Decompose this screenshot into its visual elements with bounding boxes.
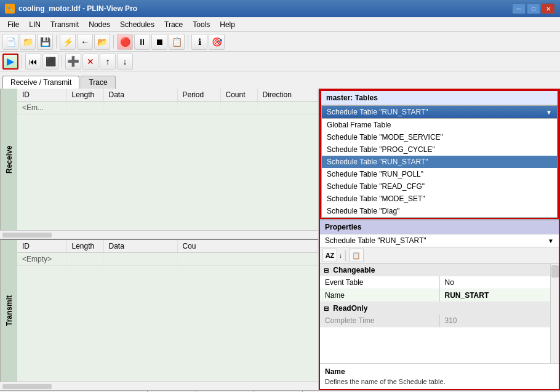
complete-time-value: 310 xyxy=(439,314,559,327)
table-option-prog-cycle[interactable]: Schedule Table "PROG_CYCLE" xyxy=(322,143,557,156)
up-button[interactable]: ↑ xyxy=(100,54,116,70)
dropdown-arrow-icon: ▼ xyxy=(546,109,552,116)
col-period-receive: Period xyxy=(177,89,220,102)
record-button[interactable]: 🔴 xyxy=(117,34,133,50)
back-button[interactable]: ← xyxy=(77,34,93,50)
separator-5 xyxy=(62,55,62,68)
step-button[interactable]: ⬛ xyxy=(42,54,58,70)
event-table-label: Event Table xyxy=(320,276,439,289)
toolbar-1: 📄 📁 💾 ⚡ ← 📂 🔴 ⏸ ⏹ 📋 ℹ 🎯 xyxy=(0,32,560,52)
name-label: Name xyxy=(320,289,439,302)
open-button[interactable]: 📁 xyxy=(20,34,36,50)
transmit-label: Transmit xyxy=(0,240,17,382)
properties-dropdown[interactable]: Schedule Table "RUN_START" ▼ xyxy=(320,234,559,247)
down-button[interactable]: ↓ xyxy=(117,54,133,70)
tables-header: master: Tables xyxy=(321,91,558,105)
col-data-transmit: Data xyxy=(103,240,177,253)
col-length-receive: Length xyxy=(66,89,103,102)
receive-row-data xyxy=(103,102,177,114)
receive-section: Receive ID Length Data Period Count Dire… xyxy=(0,89,318,240)
transmit-empty-row: <Empty> xyxy=(17,253,318,266)
tabs: Receive / Transmit Trace xyxy=(0,71,560,89)
window-title: cooling_motor.ldf - PLIN-View Pro xyxy=(18,4,512,13)
stop-button[interactable]: ⏹ xyxy=(151,34,167,50)
col-data-receive: Data xyxy=(103,89,177,102)
table-option-mode-set[interactable]: Schedule Table "MODE_SET" xyxy=(322,193,557,205)
event-table-row: Event Table No xyxy=(320,276,559,289)
complete-time-row: Complete Time 310 xyxy=(320,314,559,327)
maximize-button[interactable]: □ xyxy=(527,3,540,14)
skip-start-button[interactable]: ⏮ xyxy=(25,54,41,70)
readonly-group-row: ⊟ ReadOnly xyxy=(320,302,559,315)
table-option-mode-service[interactable]: Schedule Table "MODE_SERVICE" xyxy=(322,131,557,143)
tables-dropdown[interactable]: Schedule Table "RUN_START" ▼ xyxy=(321,105,558,119)
separator-1 xyxy=(56,35,57,49)
transmit-section: Transmit ID Length Data Cou xyxy=(0,240,318,390)
properties-scrollbar[interactable] xyxy=(550,264,559,363)
receive-empty-row: <Em... xyxy=(17,102,318,114)
delete-button[interactable]: ✕ xyxy=(82,54,98,70)
name-description-section: Name Defines the name of the Schedule ta… xyxy=(320,363,559,389)
col-length-transmit: Length xyxy=(66,240,103,253)
expand-changeable-icon: ⊟ xyxy=(324,267,329,274)
name-value: RUN_START xyxy=(439,289,559,302)
col-count-receive: Count xyxy=(220,89,257,102)
sort-icon: ↓ xyxy=(339,252,342,259)
table-option-diag[interactable]: Schedule Table "Diag" xyxy=(322,205,557,217)
menu-transmit[interactable]: Transmit xyxy=(46,19,84,30)
transmit-scrollbar[interactable] xyxy=(0,382,318,390)
properties-header: Properties xyxy=(320,219,559,234)
transmit-row-id: <Empty> xyxy=(17,253,66,266)
readonly-group-label: ReadOnly xyxy=(333,304,367,313)
receive-row-dir xyxy=(257,102,318,114)
col-direction-receive: Direction xyxy=(257,89,318,102)
changeable-group-label: Changeable xyxy=(333,266,375,274)
main-content: Receive ID Length Data Period Count Dire… xyxy=(0,89,560,390)
table-option-run-start[interactable]: Schedule Table "RUN_START" xyxy=(322,156,557,168)
info-button[interactable]: ℹ xyxy=(191,34,207,50)
separator-2 xyxy=(113,35,114,49)
table-option-run-poll[interactable]: Schedule Table "RUN_POLL" xyxy=(322,168,557,180)
receive-table: ID Length Data Period Count Direction <E… xyxy=(17,89,318,230)
add-button[interactable]: ➕ xyxy=(65,54,81,70)
table-option-global[interactable]: Global Frame Table xyxy=(322,119,557,131)
props-copy-button[interactable]: 📋 xyxy=(349,249,364,262)
start-button[interactable]: ▶ xyxy=(2,54,18,70)
receive-scrollbar[interactable] xyxy=(0,230,318,239)
changeable-group-row: ⊟ Changeable xyxy=(320,264,559,276)
separator-4 xyxy=(22,55,22,68)
complete-time-label: Complete Time xyxy=(320,314,439,327)
save-button[interactable]: 💾 xyxy=(37,34,53,50)
menu-tools[interactable]: Tools xyxy=(188,19,215,30)
transmit-table: ID Length Data Cou <Empty> xyxy=(17,240,318,382)
right-panel: master: Tables Schedule Table "RUN_START… xyxy=(319,89,560,390)
pause-button[interactable]: ⏸ xyxy=(134,34,150,50)
receive-row-length xyxy=(66,102,103,114)
minimize-button[interactable]: ─ xyxy=(512,3,526,14)
flash-button[interactable]: ⚡ xyxy=(60,34,76,50)
menu-help[interactable]: Help xyxy=(215,19,240,30)
folder-button[interactable]: 📂 xyxy=(94,34,110,50)
receive-row-period xyxy=(177,102,220,114)
menu-file[interactable]: File xyxy=(2,19,24,30)
window-controls: ─ □ ✕ xyxy=(512,3,555,14)
target-button[interactable]: 🎯 xyxy=(209,34,225,50)
name-row: Name RUN_START xyxy=(320,289,559,302)
sort-az-button[interactable]: AZ xyxy=(322,249,337,262)
menu-lin[interactable]: LIN xyxy=(24,19,46,30)
table-option-read-cfg[interactable]: Schedule Table "READ_CFG" xyxy=(322,180,557,193)
menu-nodes[interactable]: Nodes xyxy=(84,19,115,30)
clipboard-button[interactable]: 📋 xyxy=(169,34,185,50)
name-description-text: Defines the name of the Schedule table. xyxy=(325,378,554,385)
tab-trace[interactable]: Trace xyxy=(81,76,115,89)
menu-bar: File LIN Transmit Nodes Schedules Trace … xyxy=(0,17,560,32)
properties-selected-value: Schedule Table "RUN_START" xyxy=(325,236,548,245)
close-button[interactable]: ✕ xyxy=(542,3,555,14)
tab-receive-transmit[interactable]: Receive / Transmit xyxy=(2,76,79,89)
new-button[interactable]: 📄 xyxy=(2,34,18,50)
col-id-receive: ID xyxy=(17,89,66,102)
col-id-transmit: ID xyxy=(17,240,66,253)
menu-schedules[interactable]: Schedules xyxy=(115,19,159,30)
receive-row-count xyxy=(220,102,257,114)
menu-trace[interactable]: Trace xyxy=(159,19,188,30)
